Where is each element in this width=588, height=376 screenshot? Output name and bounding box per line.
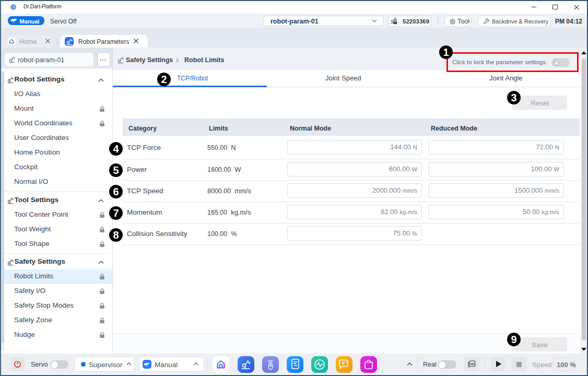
svg-text:3D: 3D bbox=[470, 362, 474, 366]
